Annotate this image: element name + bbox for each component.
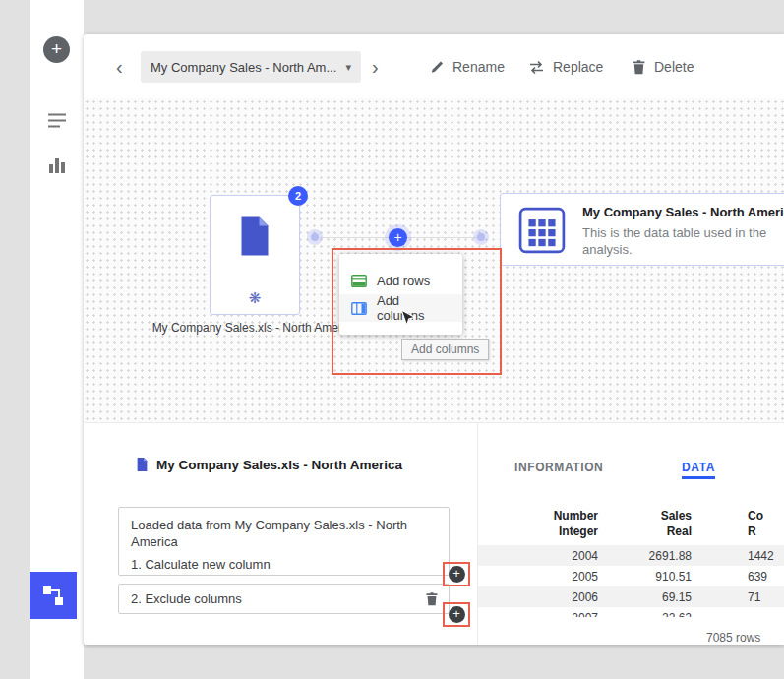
row-count: 7085 rows — [706, 631, 760, 645]
plus-icon: + — [452, 566, 460, 581]
tab-data[interactable]: DATA — [682, 458, 715, 479]
swap-icon — [528, 60, 545, 75]
tab-information[interactable]: INFORMATION — [514, 458, 603, 479]
bar-chart-icon — [47, 155, 67, 173]
add-button[interactable]: + — [43, 36, 70, 63]
cell: 639 — [692, 570, 784, 584]
column-type: Real — [598, 525, 692, 538]
insert-step-highlight-1: + — [443, 562, 470, 586]
replace-button[interactable]: Replace — [528, 59, 603, 75]
pencil-icon — [430, 60, 445, 75]
source-file-node[interactable]: 2 ❋ — [210, 195, 300, 315]
table-header-types: Integer Real R — [478, 524, 784, 539]
canvas-toolbar: ‹ My Company Sales - North Am... ▾ › Ren… — [84, 34, 784, 98]
menu-item-add-rows[interactable]: Add rows — [339, 267, 462, 294]
node-badge: 2 — [288, 186, 308, 206]
cell: 71 — [692, 590, 784, 604]
dataset-dropdown[interactable]: My Company Sales - North Am... ▾ — [141, 51, 361, 83]
caret-down-icon: ▾ — [345, 61, 351, 74]
cell: 69.15 — [598, 590, 692, 604]
delete-button[interactable]: Delete — [632, 59, 694, 75]
list-icon — [47, 112, 67, 129]
dataset-dropdown-value: My Company Sales - North Am... — [151, 60, 336, 75]
column-type: Integer — [478, 525, 598, 538]
output-port — [311, 233, 319, 241]
app-sidebar: + — [30, 0, 84, 679]
step-calculate-new-column: 1. Calculate new column — [131, 556, 437, 573]
table-node-title: My Company Sales - North America — [582, 205, 784, 219]
cell: 910.51 — [598, 570, 692, 584]
column-name: Sales — [598, 509, 692, 523]
table-row: 2007 22.62 — [478, 607, 784, 617]
table-row: 2004 2691.88 1442 — [478, 545, 784, 566]
file-icon — [237, 216, 272, 257]
connector-add-button[interactable]: + — [389, 228, 407, 247]
tooltip: Add columns — [401, 339, 489, 360]
data-table-icon — [518, 207, 566, 254]
table-row: 2006 69.15 71 — [478, 586, 784, 607]
bottom-panel: My Company Sales.xls - North America Loa… — [84, 423, 784, 645]
data-canvas-flow-icon — [42, 585, 64, 606]
mouse-cursor — [400, 309, 416, 330]
cell: 22.62 — [598, 611, 692, 618]
column-name: Co — [692, 509, 784, 523]
history-box[interactable]: Loaded data from My Company Sales.xls - … — [118, 507, 450, 576]
add-columns-icon — [351, 302, 367, 315]
trash-icon — [425, 591, 439, 606]
source-title: My Company Sales.xls - North America — [156, 458, 402, 472]
menu-item-label: Add rows — [377, 274, 430, 288]
canvas-area[interactable]: + 2 ❋ My Company Sales.xls - North Ameri… — [84, 98, 784, 423]
table-node-description: This is the data table used in the analy… — [582, 224, 784, 258]
input-port — [477, 233, 485, 241]
column-type: R — [692, 525, 784, 538]
step-exclude-columns[interactable]: 2. Exclude columns — [118, 584, 450, 614]
add-rows-icon — [351, 275, 367, 287]
data-table-node[interactable]: My Company Sales - North America This is… — [500, 193, 784, 266]
plus-icon: + — [393, 229, 401, 245]
table-row: 2005 910.51 639 — [478, 566, 784, 586]
cell: 2691.88 — [598, 549, 692, 563]
file-icon — [136, 457, 149, 472]
source-header: My Company Sales.xls - North America — [136, 457, 402, 472]
next-dataset-button[interactable]: › — [372, 55, 379, 79]
data-preview-table: Number Sales Co Integer Real R 2004 2691… — [478, 508, 784, 617]
data-canvas-window: ‹ My Company Sales - North Am... ▾ › Ren… — [84, 34, 784, 645]
step-label: 2. Exclude columns — [131, 591, 242, 606]
cell: 2005 — [478, 570, 598, 584]
insert-step-highlight-2: + — [443, 602, 470, 627]
sidebar-item-data[interactable] — [30, 112, 84, 133]
loaded-data-text: Loaded data from My Company Sales.xls - … — [131, 517, 437, 550]
data-function-icon: ❋ — [211, 289, 299, 307]
plus-icon: + — [51, 38, 62, 59]
insert-transformation-button-1[interactable]: + — [449, 566, 465, 583]
cell: 2006 — [478, 590, 598, 604]
replace-label: Replace — [553, 59, 603, 75]
cell: 2004 — [478, 549, 598, 563]
prev-dataset-button[interactable]: ‹ — [116, 55, 123, 79]
delete-label: Delete — [654, 59, 694, 75]
delete-step-button[interactable] — [425, 591, 439, 606]
rename-button[interactable]: Rename — [430, 59, 505, 75]
insert-transformation-button-2[interactable]: + — [449, 606, 465, 623]
table-header-names: Number Sales Co — [478, 508, 784, 524]
plus-icon: + — [452, 606, 460, 621]
cell: 1442 — [692, 549, 784, 563]
cell: 2007 — [478, 611, 598, 618]
source-node-label: My Company Sales.xls - North America — [147, 321, 363, 335]
sidebar-item-data-canvas[interactable] — [30, 572, 77, 619]
column-name: Number — [478, 509, 598, 523]
rename-label: Rename — [452, 59, 505, 75]
trash-icon — [632, 59, 646, 75]
sidebar-item-visualizations[interactable] — [30, 155, 84, 177]
